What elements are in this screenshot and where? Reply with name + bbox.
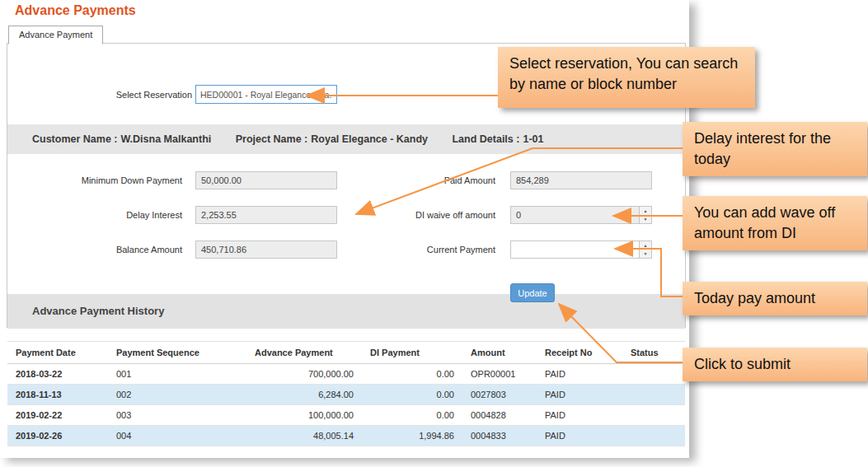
table-header-row: Payment Date Payment Sequence Advance Pa…: [7, 342, 685, 364]
current-payment-spinner[interactable]: ▲▼: [639, 241, 652, 259]
screenshot-stage: Advance Payments Advance Payment Select …: [0, 0, 868, 467]
table-row[interactable]: 2019-02-22 003 100,000.00 0.00 0004828 P…: [7, 405, 685, 426]
update-button[interactable]: Update: [510, 283, 555, 302]
current-payment-label: Current Payment: [321, 245, 495, 255]
table-row[interactable]: 2019-02-26 004 48,005.14 1,994.86 000483…: [7, 426, 685, 446]
col-receipt-no: Receipt No: [537, 342, 622, 364]
spinner-up-icon[interactable]: ▲: [640, 207, 651, 215]
current-payment-input[interactable]: [510, 241, 652, 259]
spinner-up-icon[interactable]: ▲: [640, 241, 651, 250]
callout-click-submit: Click to submit: [683, 348, 867, 381]
di-waive-off-label: DI waive off amount: [321, 210, 495, 220]
history-section-header: Advance Payment History: [7, 294, 685, 329]
page-title: Advance Payments: [15, 3, 136, 18]
spinner-down-icon[interactable]: ▼: [640, 250, 651, 258]
payment-history-table: Payment Date Payment Sequence Advance Pa…: [7, 341, 685, 446]
tab-advance-payment[interactable]: Advance Payment: [8, 26, 103, 44]
paid-amount-input[interactable]: [510, 171, 652, 189]
callout-today-pay: Today pay amount: [683, 282, 867, 315]
customer-info-bar: Customer Name :W.Disna Malkanthi Project…: [7, 124, 685, 154]
project-name: Project Name :Royal Elegance - Kandy: [236, 133, 428, 145]
col-di-payment: DI Payment: [362, 342, 462, 364]
callout-select-reservation: Select reservation, You can search by na…: [498, 47, 755, 108]
di-waive-off-input[interactable]: [510, 206, 652, 224]
history-section-title: Advance Payment History: [32, 305, 164, 317]
spinner-down-icon[interactable]: ▼: [640, 215, 651, 223]
table-row[interactable]: 2018-03-22 001 700,000.00 0.00 OPR00001 …: [7, 364, 685, 385]
minimum-down-payment-input[interactable]: [195, 171, 337, 189]
select-reservation-label: Select Reservation: [7, 90, 192, 100]
col-advance-payment: Advance Payment: [246, 342, 362, 364]
customer-name: Customer Name :W.Disna Malkanthi: [32, 133, 211, 145]
balance-amount-input[interactable]: [195, 241, 337, 259]
delay-interest-label: Delay Interest: [7, 210, 182, 220]
callout-waive-off: You can add wave off amount from DI: [683, 196, 867, 250]
delay-interest-input[interactable]: [195, 206, 337, 224]
col-status: Status: [622, 342, 685, 364]
di-waive-off-spinner[interactable]: ▲▼: [639, 206, 652, 224]
col-payment-sequence: Payment Sequence: [108, 342, 246, 364]
select-reservation-input[interactable]: [195, 85, 337, 104]
minimum-down-payment-label: Minimum Down Payment: [7, 175, 182, 185]
land-details: Land Details :1-01: [452, 133, 543, 145]
balance-amount-label: Balance Amount: [7, 245, 182, 255]
paid-amount-label: Paid Amount: [321, 175, 495, 185]
table-row[interactable]: 2018-11-13 002 6,284.00 0.00 0027803 PAI…: [7, 385, 685, 405]
callout-delay-interest: Delay interest for the today: [683, 122, 867, 176]
col-payment-date: Payment Date: [7, 342, 108, 364]
col-amount: Amount: [462, 342, 537, 364]
